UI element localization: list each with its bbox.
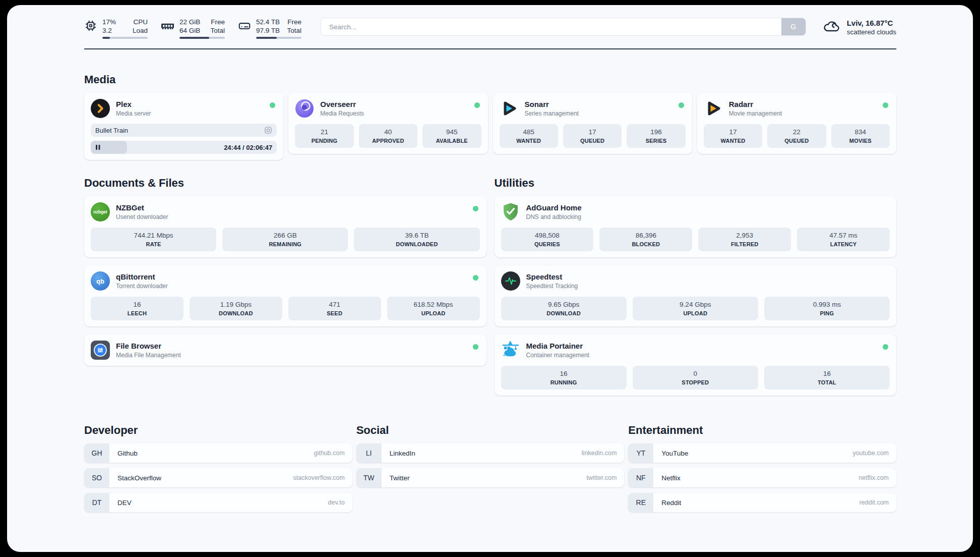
status-online-dot <box>270 102 275 108</box>
bookmark-domain: github.com <box>314 450 345 457</box>
ram-free-label: Free <box>211 18 225 26</box>
disk-widget: 52.4 TBFree 97.9 TBTotal <box>238 18 301 39</box>
bookmark-github[interactable]: GH Github github.com <box>84 443 352 463</box>
dashboard-page: 17%CPU 3.2Load <box>7 5 973 552</box>
documents-column: Documents & Files nzbget NZBGet Usenet d… <box>84 177 486 366</box>
nzbget-icon: nzbget <box>91 202 110 221</box>
bookmark-abbr: NF <box>628 468 653 487</box>
service-name: AdGuard Home <box>526 203 582 212</box>
bookmark-youtube[interactable]: YT YouTube youtube.com <box>628 443 896 463</box>
sonarr-icon <box>500 99 519 118</box>
stat-blocked: 86,396BLOCKED <box>599 228 692 251</box>
service-subtitle: Speedtest Tracking <box>526 283 578 290</box>
overseerr-icon <box>295 99 314 118</box>
stat-total: 16TOTAL <box>764 366 890 389</box>
bookmark-name: Github <box>117 450 138 457</box>
weather-widget: Lviv, 16.87°C scattered clouds <box>821 18 896 37</box>
top-bar: 17%CPU 3.2Load <box>84 16 896 40</box>
stat-downloaded: 39.6 TBDOWNLOADED <box>354 228 479 251</box>
bookmark-abbr: LI <box>356 443 382 463</box>
service-subtitle: Container management <box>526 352 589 359</box>
service-subtitle: Media server <box>116 110 151 117</box>
bookmark-linkedin[interactable]: LI LinkedIn linkedin.com <box>356 443 625 463</box>
cpu-usage-label: CPU <box>133 18 148 26</box>
pause-icon <box>95 144 101 150</box>
cpu-widget: 17%CPU 3.2Load <box>84 18 148 39</box>
bookmark-abbr: GH <box>84 443 109 463</box>
adguard-icon <box>501 202 520 221</box>
cpu-progress-fill <box>102 37 110 39</box>
bookmark-abbr: SO <box>84 468 109 487</box>
service-subtitle: Media File Management <box>116 352 181 359</box>
bookmark-name: Reddit <box>661 499 681 507</box>
section-title-entertainment: Entertainment <box>628 424 896 437</box>
status-online-dot <box>473 275 478 281</box>
service-card-filebrowser[interactable]: File Browser Media File Management <box>84 335 486 366</box>
service-card-adguard[interactable]: AdGuard Home DNS and adblocking 498,508Q… <box>495 196 897 257</box>
stat-available: 945AVAILABLE <box>422 124 481 148</box>
disk-progress-fill <box>256 37 277 39</box>
bookmark-netflix[interactable]: NF Netflix netflix.com <box>628 468 896 487</box>
bookmark-domain: dev.to <box>328 499 345 506</box>
ram-total-label: Total <box>210 26 225 35</box>
now-playing-title: Bullet Train <box>95 127 128 134</box>
section-title-utilities: Utilities <box>495 177 897 190</box>
ram-total-value: 64 GiB <box>179 26 200 35</box>
section-title-media: Media <box>84 73 896 86</box>
bookmark-stackoverflow[interactable]: SO StackOverflow stackoverflow.com <box>84 468 352 487</box>
service-name: qBittorrent <box>116 272 168 282</box>
playback-time: 24:44 / 02:06:47 <box>224 144 272 151</box>
bookmark-name: StackOverflow <box>117 474 161 482</box>
bookmark-name: Twitter <box>390 474 410 482</box>
qbittorrent-icon: qb <box>91 271 110 291</box>
service-subtitle: DNS and adblocking <box>526 213 582 220</box>
disk-free-value: 52.4 TB <box>256 18 280 26</box>
service-name: Radarr <box>729 100 782 109</box>
service-card-overseerr[interactable]: Overseerr Media Requests 21PENDING 40APP… <box>288 93 487 154</box>
bookmark-name: DEV <box>117 499 132 507</box>
status-online-dot <box>474 102 480 108</box>
service-card-radarr[interactable]: Radarr Movie management 17WANTED 22QUEUE… <box>697 93 896 154</box>
stat-latency: 47.57 msLATENCY <box>797 228 890 251</box>
utilities-column: Utilities AdGuard Home <box>495 177 897 396</box>
plex-now-playing-row: Bullet Train <box>91 124 277 137</box>
status-online-dot <box>883 102 888 108</box>
bookmark-group-entertainment: Entertainment YT YouTube youtube.com NF … <box>628 424 896 512</box>
stat-stopped: 0STOPPED <box>633 366 758 389</box>
service-card-plex[interactable]: Plex Media server Bullet Train 24:44 / 0… <box>84 93 283 160</box>
stat-queued: 17QUEUED <box>563 124 622 148</box>
stat-remaining: 266 GBREMAINING <box>222 228 348 251</box>
search-input[interactable] <box>321 18 806 36</box>
stat-wanted: 485WANTED <box>500 124 558 148</box>
bookmark-dev[interactable]: DT DEV dev.to <box>84 493 352 512</box>
service-card-portainer[interactable]: Media Portainer Container management 16R… <box>495 335 897 396</box>
stat-leech: 16LEECH <box>91 297 183 320</box>
bookmark-name: Netflix <box>661 474 681 482</box>
service-card-qbittorrent[interactable]: qb qBittorrent Torrent downloader 16LEEC… <box>84 265 486 326</box>
bookmark-reddit[interactable]: RE Reddit reddit.com <box>628 493 896 512</box>
search-provider-button[interactable]: G <box>781 18 806 35</box>
bookmark-twitter[interactable]: TW Twitter twitter.com <box>356 468 625 487</box>
bookmark-abbr: DT <box>84 493 109 512</box>
service-card-nzbget[interactable]: nzbget NZBGet Usenet downloader 744.21 M… <box>84 196 486 257</box>
service-subtitle: Torrent downloader <box>116 283 168 290</box>
cpu-icon <box>84 18 97 34</box>
bookmark-domain: twitter.com <box>587 474 617 481</box>
stat-movies: 834MOVIES <box>831 124 890 148</box>
stat-upload: 618.52 MbpsUPLOAD <box>387 297 480 320</box>
system-stats: 17%CPU 3.2Load <box>84 18 301 39</box>
bookmark-abbr: TW <box>356 468 382 487</box>
service-card-speedtest[interactable]: Speedtest Speedtest Tracking 9.65 GbpsDO… <box>495 265 897 326</box>
stat-ping: 0.993 msPING <box>764 297 890 320</box>
service-name: File Browser <box>116 342 181 351</box>
service-name: Overseerr <box>320 100 364 109</box>
service-name: Speedtest <box>526 272 578 282</box>
ram-progress-bar <box>179 37 225 39</box>
speedtest-icon <box>501 271 520 291</box>
ram-free-value: 22 GiB <box>179 18 200 26</box>
status-online-dot <box>473 344 478 350</box>
service-card-sonarr[interactable]: Sonarr Series management 485WANTED 17QUE… <box>493 93 692 154</box>
disk-total-value: 97.9 TB <box>256 26 280 35</box>
bookmark-group-developer: Developer GH Github github.com SO StackO… <box>84 424 352 512</box>
stat-filtered: 2,953FILTERED <box>698 228 791 251</box>
